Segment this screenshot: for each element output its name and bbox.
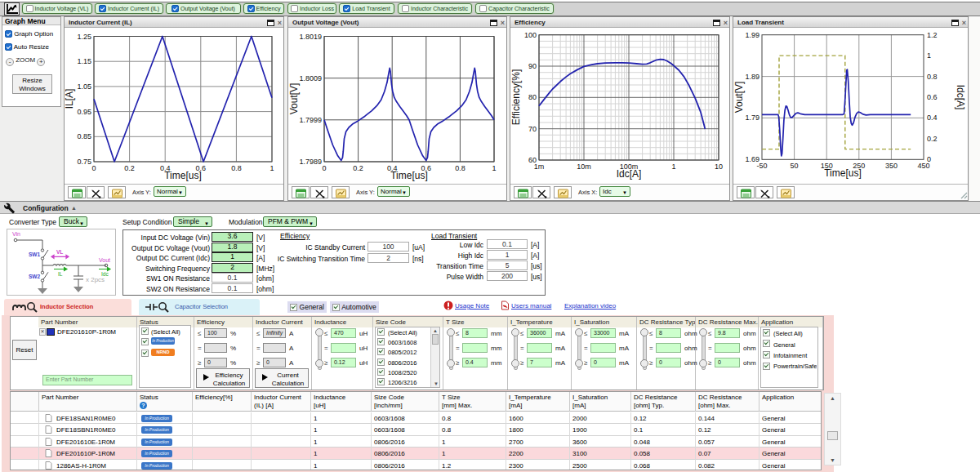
svg-text:1.25: 1.25 — [77, 33, 91, 41]
svg-text:100: 100 — [524, 31, 537, 39]
svg-text:1.8019: 1.8019 — [299, 33, 322, 41]
svg-text:70: 70 — [528, 125, 537, 133]
svg-text:90: 90 — [528, 62, 537, 70]
svg-text:1.79: 1.79 — [745, 114, 760, 122]
svg-text:Idc[A]: Idc[A] — [955, 85, 966, 110]
svg-text:1.89: 1.89 — [745, 73, 760, 81]
svg-text:0.95: 0.95 — [77, 108, 91, 116]
svg-text:-50: -50 — [756, 162, 767, 170]
svg-text:SW2: SW2 — [29, 274, 40, 279]
svg-text:0.8: 0.8 — [231, 164, 242, 172]
svg-text:0.75: 0.75 — [77, 158, 91, 166]
svg-text:10m: 10m — [577, 163, 591, 171]
svg-text:80: 80 — [528, 93, 537, 101]
svg-text:1.99: 1.99 — [745, 31, 760, 39]
svg-text:Idc[A]: Idc[A] — [617, 168, 642, 180]
svg-text:Time[us]: Time[us] — [390, 170, 428, 181]
svg-text:0.4: 0.4 — [927, 114, 938, 122]
svg-text:SW1: SW1 — [29, 252, 40, 257]
svg-text:1m: 1m — [534, 163, 545, 171]
svg-text:1.2: 1.2 — [927, 31, 938, 39]
svg-text:1.7989: 1.7989 — [299, 158, 322, 166]
svg-text:1.15: 1.15 — [77, 57, 91, 65]
svg-text:50: 50 — [791, 162, 799, 170]
svg-text:Time[us]: Time[us] — [164, 170, 202, 181]
svg-text:0.2: 0.2 — [124, 164, 135, 172]
svg-text:0.2: 0.2 — [353, 164, 363, 172]
svg-text:IL[A]: IL[A] — [64, 89, 75, 109]
svg-text:1: 1 — [492, 164, 496, 172]
svg-text:1.7999: 1.7999 — [299, 116, 322, 124]
svg-text:0.8: 0.8 — [455, 164, 466, 172]
svg-text:1.8009: 1.8009 — [299, 74, 322, 82]
svg-text:0.85: 0.85 — [77, 132, 91, 140]
svg-text:450: 450 — [917, 162, 929, 170]
svg-text:Vout[V]: Vout[V] — [733, 82, 745, 114]
svg-text:0.6: 0.6 — [927, 93, 938, 101]
svg-text:Vout: Vout — [99, 257, 110, 263]
svg-text:350: 350 — [885, 162, 898, 170]
svg-text:0.8: 0.8 — [927, 73, 938, 81]
svg-text:Time[us]: Time[us] — [824, 167, 862, 179]
svg-text:x 2pcs: x 2pcs — [86, 276, 105, 283]
svg-text:0.2: 0.2 — [927, 135, 938, 143]
svg-text:0: 0 — [91, 164, 96, 172]
svg-text:IL: IL — [58, 271, 63, 277]
svg-text:1: 1 — [270, 164, 274, 172]
svg-text:Vout[V]: Vout[V] — [288, 83, 300, 115]
svg-text:1: 1 — [927, 51, 931, 60]
svg-text:1: 1 — [671, 163, 675, 171]
svg-text:VL: VL — [56, 249, 63, 255]
svg-text:0: 0 — [322, 164, 326, 172]
svg-text:1.05: 1.05 — [77, 82, 91, 91]
svg-text:Vin: Vin — [12, 231, 20, 237]
svg-text:10: 10 — [715, 163, 723, 171]
svg-text:Efficiency[%]: Efficiency[%] — [510, 69, 522, 125]
